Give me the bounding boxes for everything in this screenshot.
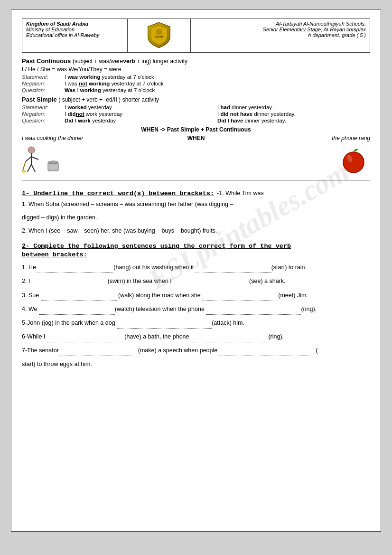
exercise1-title-row: 1- Underline the correct word(s) between… xyxy=(22,184,370,197)
ps-statement-content2: I had dinner yesterday. xyxy=(217,104,370,110)
ex2-item5: 5-John (jog) in the park when a dog (att… xyxy=(22,318,370,329)
svg-line-7 xyxy=(31,164,35,172)
exercise2-title2-text: between brackets: xyxy=(22,251,87,258)
pc-question-label: Question: xyxy=(22,87,65,93)
blank6b[interactable] xyxy=(191,336,267,342)
images-row xyxy=(22,144,370,175)
svg-line-8 xyxy=(23,161,26,170)
ps-question-label: Question: xyxy=(22,118,65,123)
pc-question-content: Was I working yesterday at 7 o'clock xyxy=(65,87,155,93)
exercise1-item1: 1. When Soha (screamed – screams – was s… xyxy=(22,199,370,210)
ps-statement-label: Statement: xyxy=(22,104,65,110)
blank7a[interactable] xyxy=(60,349,136,356)
header-line1: Kingdom of Saudi Arabia xyxy=(26,21,123,27)
exercise1-item2: 2. When I (see – saw – seen) her, she (w… xyxy=(22,226,370,237)
phone-svg xyxy=(337,144,370,175)
blank3a[interactable] xyxy=(41,294,117,301)
blank1b[interactable] xyxy=(196,266,271,273)
svg-point-12 xyxy=(343,152,364,173)
svg-line-6 xyxy=(28,164,31,172)
svg-point-11 xyxy=(48,161,58,164)
when-example-mid: WHEN xyxy=(177,135,215,141)
pc-negation-content: I was not working yesterday at 7 o'clock xyxy=(65,81,164,86)
pc-pronoun-text: I / He / She = was We/You/They = were xyxy=(22,66,121,73)
exercise1-item1b: digged – digs) in the garden. xyxy=(22,212,370,224)
worksheet-page: ESLprintables.com Kingdom of Saudi Arabi… xyxy=(11,9,381,532)
when-example-right: the phone rang xyxy=(215,135,370,141)
shield-icon: Saudi xyxy=(145,21,173,49)
ps-statement-content: I worked yesterday xyxy=(65,104,217,110)
past-continuous-title: Past Continuous (subject + was/wereverb … xyxy=(22,57,370,65)
header-right-line1: Al-Tarbiyah Al-Namouthajiyah Schools. xyxy=(195,21,366,27)
ps-question-content: Did I work yesterday xyxy=(65,118,217,123)
blank4b[interactable] xyxy=(206,308,301,315)
svg-point-2 xyxy=(28,147,35,153)
phone-image xyxy=(337,144,370,175)
header-right-line3: h department. grade ( 5 ) xyxy=(195,32,366,38)
when-example: I was cooking the dinner WHEN the phone … xyxy=(22,135,370,141)
blank6a[interactable] xyxy=(47,336,123,342)
blank1a[interactable] xyxy=(37,266,113,273)
exercise2-title: 2- Complete the following sentences usin… xyxy=(22,241,370,250)
svg-point-9 xyxy=(22,170,27,173)
pc-statement: Statement: I was working yesterday at 7 … xyxy=(22,74,370,80)
header-line2: Ministry of Education xyxy=(26,27,123,32)
pc-statement-label: Statement: xyxy=(22,74,65,80)
past-continuous-section: Past Continuous (subject + was/wereverb … xyxy=(22,57,370,93)
cooking-image xyxy=(22,144,65,175)
when-rule: WHEN -> Past Simple + Past Continuous xyxy=(22,126,370,133)
pc-negation-label: Negation: xyxy=(22,81,65,86)
ex2-item7b: start) to throw eggs at him. xyxy=(22,359,370,370)
exercise1-title: 1- Underline the correct word(s) between… xyxy=(22,190,214,197)
exercise1-inline: -1. While Tim was xyxy=(217,190,264,197)
ps-negation-content2: I did not have dinner yesterday. xyxy=(217,111,370,117)
ex2-item7: 7-The senator (make) a speech when peopl… xyxy=(22,345,370,356)
ps-negation-content: I didnot work yesterday xyxy=(65,111,217,117)
ex2-item4: 4. We (watch) television when the phone … xyxy=(22,304,370,315)
pc-negation: Negation: I was not working yesterday at… xyxy=(22,81,370,86)
header-center: Saudi xyxy=(128,19,191,53)
svg-point-1 xyxy=(156,29,162,35)
blank2b[interactable] xyxy=(173,281,249,287)
blank7b[interactable] xyxy=(219,349,314,356)
ps-question-content2: Did I have dinner yesterday. xyxy=(217,118,370,123)
pc-question: Question: Was I working yesterday at 7 o… xyxy=(22,87,370,93)
ex2-item1: 1. He (hang) out his washing when it (st… xyxy=(22,262,370,273)
header-right: Al-Tarbiyah Al-Namouthajiyah Schools. Se… xyxy=(191,19,370,53)
pc-title-text: Past Continuous xyxy=(22,57,71,65)
blank4a[interactable] xyxy=(39,308,115,315)
divider1 xyxy=(22,180,370,180)
blank3b[interactable] xyxy=(202,294,278,301)
pc-statement-content: I was working yesterday at 7 o'clock xyxy=(65,74,154,80)
header-right-line2: Senior Elementary Stage, Al-Rayan comple… xyxy=(195,27,366,32)
ex2-item3: 3. Sue (walk) along the road when she (m… xyxy=(22,290,370,301)
exercise2-title-text: 2- Complete the following sentences usin… xyxy=(22,243,291,250)
header-table: Kingdom of Saudi Arabia Ministry of Educ… xyxy=(22,19,370,53)
ps-negation: Negation: I didnot work yesterday I did … xyxy=(22,111,370,117)
ps-note: shorter activity xyxy=(122,96,159,103)
ps-formula: ( subject + verb + -ed/II ) xyxy=(58,96,121,103)
pc-formula: (subject + was/wereverb + ing) xyxy=(73,58,153,65)
svg-line-5 xyxy=(31,157,38,160)
ex2-item2: 2. I (swim) in the sea when I (see) a sh… xyxy=(22,276,370,287)
ex2-item6: 6-While I (have) a bath, the phone (ring… xyxy=(22,331,370,342)
header-line3: Educational office in Al-Rawaby xyxy=(26,32,123,38)
pc-pronoun-rule: I / He / She = was We/You/They = were xyxy=(22,66,370,73)
exercise2-title2: between brackets: xyxy=(22,250,370,258)
svg-text:Saudi: Saudi xyxy=(155,35,163,38)
ps-question: Question: Did I work yesterday Did I hav… xyxy=(22,118,370,123)
blank2a[interactable] xyxy=(32,281,108,287)
past-simple-section: Past Simple ( subject + verb + -ed/II ) … xyxy=(22,96,370,123)
blank5a[interactable] xyxy=(117,322,212,329)
ps-negation-label: Negation: xyxy=(22,111,65,117)
ps-title-text: Past Simple xyxy=(22,96,57,103)
cooking-svg xyxy=(22,144,65,175)
header-left: Kingdom of Saudi Arabia Ministry of Educ… xyxy=(22,19,128,53)
pc-note: longer activity xyxy=(153,58,187,65)
ps-statement: Statement: I worked yesterday I had dinn… xyxy=(22,104,370,110)
when-example-left: I was cooking the dinner xyxy=(22,135,177,141)
past-simple-title: Past Simple ( subject + verb + -ed/II ) … xyxy=(22,96,370,103)
svg-line-4 xyxy=(26,157,31,161)
